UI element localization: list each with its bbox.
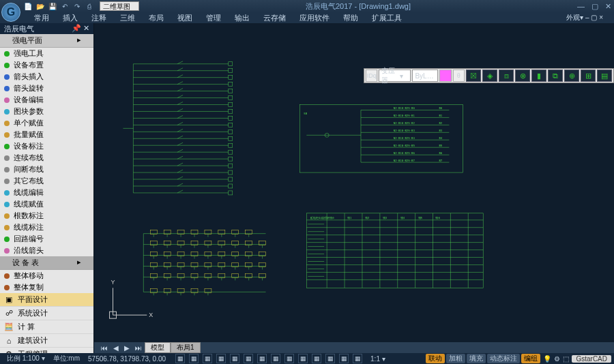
ribbon-right-controls[interactable]: 外观▾ – ▢ × bbox=[559, 12, 610, 23]
ft-symbol-icon[interactable]: ⧈ bbox=[499, 70, 514, 82]
ft-symbol-icon[interactable]: ◈ bbox=[482, 70, 497, 82]
tool-item[interactable]: 间断布线 bbox=[0, 164, 93, 175]
qat-print-icon[interactable]: ⎙ bbox=[85, 1, 94, 11]
qat-save-icon[interactable]: 💾 bbox=[48, 1, 57, 11]
status-mode-icon[interactable]: ▦ bbox=[230, 354, 239, 363]
status-toggle[interactable]: 动态标注 bbox=[487, 354, 520, 363]
tool-item[interactable]: 设备布置 bbox=[0, 59, 93, 71]
tool-item[interactable]: 沿线箭头 bbox=[0, 245, 93, 256]
minimize-button[interactable]: — bbox=[577, 2, 585, 11]
ft-color-swatch[interactable] bbox=[439, 70, 451, 82]
status-mode-icon[interactable]: ▦ bbox=[312, 354, 321, 363]
tool-item[interactable]: 根数标注 bbox=[0, 210, 93, 222]
ribbon-tab[interactable]: 输出 bbox=[228, 12, 257, 23]
app-logo[interactable]: G bbox=[1, 3, 20, 22]
ribbon-tab[interactable]: 视图 bbox=[171, 12, 199, 23]
tool-item[interactable]: 箭头旋转 bbox=[0, 82, 93, 94]
ft-theta-icon[interactable]: θ bbox=[453, 70, 465, 82]
status-tray-icon[interactable]: ⚙ bbox=[554, 355, 560, 363]
category-item[interactable]: ⚙工程管理 bbox=[0, 348, 93, 353]
tool-item[interactable]: 图块参数 bbox=[0, 106, 93, 117]
category-item[interactable]: ▣平面设计 bbox=[0, 293, 93, 307]
status-tray-icon[interactable]: 💡 bbox=[543, 355, 551, 363]
status-mode-icon[interactable]: ▦ bbox=[216, 354, 226, 363]
status-mode-icon[interactable]: ▦ bbox=[284, 354, 294, 363]
tool-item[interactable]: 回路编号 bbox=[0, 233, 93, 245]
side-section-header[interactable]: 强电平面▸ bbox=[0, 34, 93, 48]
ft-symbol-icon[interactable]: ☒ bbox=[466, 70, 481, 82]
status-toggle[interactable]: 编组 bbox=[521, 354, 540, 363]
ft-prefix[interactable]: IDq bbox=[366, 70, 377, 82]
ft-symbol-icon[interactable]: ⧉ bbox=[548, 70, 563, 82]
tool-item[interactable]: 线缆赋值 bbox=[0, 198, 93, 210]
maximize-button[interactable]: ▢ bbox=[591, 2, 598, 11]
ribbon-tab[interactable]: 应用软件 bbox=[293, 12, 336, 23]
ribbon-tab[interactable]: 注释 bbox=[85, 12, 113, 23]
close-button[interactable]: ✕ bbox=[605, 2, 611, 11]
tool-item[interactable]: 设备标注 bbox=[0, 140, 93, 152]
ft-selector[interactable]: 变压器 ▾ bbox=[379, 70, 411, 82]
status-toggle[interactable]: 填充 bbox=[467, 354, 486, 363]
status-toggle[interactable]: 加粗 bbox=[446, 354, 465, 363]
svg-line-76 bbox=[177, 183, 183, 186]
ribbon-tab[interactable]: 管理 bbox=[199, 12, 228, 23]
layout-tab-model[interactable]: 模型 bbox=[145, 342, 171, 353]
status-mode-icon[interactable]: ▦ bbox=[271, 354, 280, 363]
status-mode-icon[interactable]: ▦ bbox=[175, 354, 185, 363]
status-scale[interactable]: 比例 1:100 ▾ bbox=[3, 354, 49, 363]
ft-bylayer[interactable]: ByL… bbox=[412, 70, 438, 82]
tool-item[interactable]: 箭头插入 bbox=[0, 71, 93, 82]
status-toggle[interactable]: 联动 bbox=[426, 354, 445, 363]
category-item[interactable]: 🧮计 算 bbox=[0, 320, 93, 334]
status-mode-icon[interactable]: ▦ bbox=[325, 354, 335, 363]
qat-undo-icon[interactable]: ↶ bbox=[60, 1, 70, 11]
status-tray-icon[interactable]: ⬚ bbox=[563, 355, 569, 363]
floating-toolbar[interactable]: IDq 变压器 ▾ ByL… θ ☒◈⧈⊗▮⧉⊕⊞▤ bbox=[364, 68, 614, 83]
status-mode-icon[interactable]: ▦ bbox=[353, 354, 362, 363]
layout-nav-last[interactable]: ⏭ bbox=[132, 344, 145, 352]
tool-label: 单个赋值 bbox=[14, 118, 44, 128]
ft-symbol-icon[interactable]: ⊞ bbox=[581, 70, 596, 82]
ribbon-tab[interactable]: 插入 bbox=[56, 12, 85, 23]
ft-symbol-icon[interactable]: ⊗ bbox=[515, 70, 530, 82]
ft-symbol-icon[interactable]: ▤ bbox=[597, 70, 612, 82]
category-item[interactable]: ☍系统设计 bbox=[0, 307, 93, 320]
ribbon-tab[interactable]: 布局 bbox=[142, 12, 171, 23]
side-section-header[interactable]: 设 备 表▸ bbox=[0, 256, 93, 270]
view-selector[interactable]: 二维草图 bbox=[100, 1, 139, 11]
ft-symbol-icon[interactable]: ▮ bbox=[531, 70, 546, 82]
qat-new-icon[interactable]: 📄 bbox=[23, 1, 33, 11]
tool-item[interactable]: 单个赋值 bbox=[0, 117, 93, 129]
tool-item[interactable]: 连续布线 bbox=[0, 152, 93, 164]
layout-nav-first[interactable]: ⏮ bbox=[98, 344, 111, 352]
tool-item[interactable]: 整体移动 bbox=[0, 270, 93, 282]
side-panel-pin-icon[interactable]: 📌 ✕ bbox=[72, 24, 89, 33]
tool-item[interactable]: 批量赋值 bbox=[0, 129, 93, 140]
tool-item[interactable]: 强电工具 bbox=[0, 48, 93, 59]
qat-redo-icon[interactable]: ↷ bbox=[72, 1, 82, 11]
ribbon-tab[interactable]: 三维 bbox=[113, 12, 142, 23]
drawing-canvas[interactable]: N2-B18-B29-B0B0N2-B18-B29-B1B1N2-B18-B29… bbox=[94, 23, 614, 342]
qat-open-icon[interactable]: 📂 bbox=[35, 1, 45, 11]
ft-symbol-icon[interactable]: ⊕ bbox=[564, 70, 579, 82]
tool-item[interactable]: 其它布线 bbox=[0, 175, 93, 187]
ribbon-tab[interactable]: 帮助 bbox=[336, 12, 365, 23]
status-mode-icon[interactable]: ▦ bbox=[244, 354, 253, 363]
status-mode-icon[interactable]: ▦ bbox=[298, 354, 308, 363]
category-item[interactable]: ⌂建筑设计 bbox=[0, 334, 93, 348]
status-mode-icon[interactable]: ▦ bbox=[189, 354, 199, 363]
tool-item[interactable]: 整体复制 bbox=[0, 282, 93, 293]
status-mode-icon[interactable]: ▦ bbox=[203, 354, 212, 363]
ribbon-tab[interactable]: 常用 bbox=[27, 12, 56, 23]
tool-item[interactable]: 线缆标注 bbox=[0, 222, 93, 233]
layout-nav-next[interactable]: ▶ bbox=[121, 344, 132, 352]
status-zoom[interactable]: 1:1 ▾ bbox=[366, 355, 390, 363]
ribbon-tab[interactable]: 扩展工具 bbox=[365, 12, 409, 23]
layout-tab-1[interactable]: 布局1 bbox=[171, 342, 201, 353]
ribbon-tab[interactable]: 云存储 bbox=[257, 12, 293, 23]
layout-nav-prev[interactable]: ◀ bbox=[111, 344, 121, 352]
status-mode-icon[interactable]: ▦ bbox=[257, 354, 267, 363]
tool-item[interactable]: 设备编辑 bbox=[0, 94, 93, 106]
status-mode-icon[interactable]: ▦ bbox=[339, 354, 349, 363]
tool-item[interactable]: 线缆编辑 bbox=[0, 187, 93, 198]
